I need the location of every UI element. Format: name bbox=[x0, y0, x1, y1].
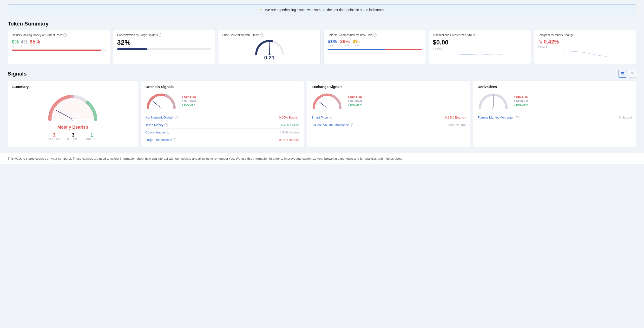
svg-line-6 bbox=[320, 102, 327, 108]
summary-gauge-wrap bbox=[12, 92, 134, 123]
at-label: AT bbox=[21, 45, 28, 47]
summary-signal-label: Mostly Bearish bbox=[12, 125, 134, 130]
smart-price-help[interactable]: ? bbox=[329, 116, 332, 119]
bearish-count: 3 BEARISH bbox=[48, 132, 60, 141]
smart-price-name[interactable]: Smart Price ? bbox=[312, 116, 332, 119]
large-tx-name[interactable]: Large Transactions ? bbox=[146, 138, 176, 142]
comp-bar-blue bbox=[328, 49, 385, 50]
signal-row-large-tx: Large Transactions ? 0.00% Bearish bbox=[146, 136, 300, 143]
concentration-signal-value: 0.00% bbox=[280, 131, 288, 134]
bid-ask-value: -0.39% bbox=[444, 123, 454, 127]
neutral-count: 3 NEUTRAL bbox=[67, 132, 79, 141]
composition-values: 61% 1 Y + 39% 1 - 12 M 0% < 1 M bbox=[328, 39, 422, 47]
correlation-value: 0.21 bbox=[264, 55, 274, 61]
onchain-rows: Net Network Growth ? 0.00% Bearish In th… bbox=[146, 114, 300, 143]
card-holders-money-title: Holders Making Money at Current Price ? bbox=[12, 33, 106, 37]
comp-blue-pct: 61% bbox=[328, 39, 337, 44]
telegram-sparkline bbox=[538, 49, 632, 57]
comp-gold-pct: 0% bbox=[352, 39, 360, 44]
derivatives-panel-title: Derivatives bbox=[478, 85, 632, 89]
net-network-value: 0.00% bbox=[279, 116, 288, 119]
composition-help[interactable]: ? bbox=[374, 33, 377, 37]
signal-row-net-network: Net Network Growth ? 0.00% Bearish bbox=[146, 114, 300, 121]
card-concentration: Concentration by Large Holders ? 32% bbox=[113, 30, 215, 64]
holders-values: 0% IN 4% AT 95% OUT bbox=[12, 39, 106, 48]
concentration-signal-name[interactable]: Concentration ? bbox=[146, 131, 169, 134]
signal-row-smart-price: Smart Price ? -0.12% Bearish bbox=[312, 114, 466, 121]
signal-row-bid-ask: Bid-Ask Volume Imbalance ? -0.39% Neutra… bbox=[312, 121, 466, 128]
card-holders-money: Holders Making Money at Current Price ? … bbox=[8, 30, 110, 64]
exchange-rows: Smart Price ? -0.12% Bearish Bid-Ask Vol… bbox=[312, 114, 466, 128]
card-holders-composition: Holders' Composition by Time Held ? 61% … bbox=[324, 30, 426, 64]
concentration-bar bbox=[117, 48, 211, 50]
concentration-signal-help[interactable]: ? bbox=[166, 131, 169, 134]
card-transactions-title: Transactions Greater than $100K bbox=[433, 33, 527, 37]
bid-ask-signal: Neutral bbox=[456, 123, 466, 127]
list-view-button[interactable]: ☰ bbox=[618, 70, 627, 78]
grid-view-button[interactable]: ⊞ bbox=[628, 70, 636, 78]
derivatives-panel: Derivatives 0BEARISH 1NEUTRAL 0BULLISH F… bbox=[473, 81, 636, 148]
derivatives-legend: 0BEARISH 1NEUTRAL 0BULLISH bbox=[514, 96, 529, 106]
comp-pink-pct: 39% bbox=[340, 39, 350, 44]
signal-row-futures: Futures Market Momentum ? 0 Neutral bbox=[478, 114, 632, 121]
svg-point-5 bbox=[160, 107, 162, 109]
svg-line-0 bbox=[269, 42, 270, 54]
token-summary-cards: Holders Making Money at Current Price ? … bbox=[8, 30, 636, 64]
in-label: IN bbox=[12, 45, 19, 47]
summary-panel: Summary bbox=[8, 81, 138, 148]
holders-money-help[interactable]: ? bbox=[63, 33, 67, 37]
warning-icon: ⚠ bbox=[260, 8, 262, 12]
signals-header: Signals ☰ ⊞ bbox=[8, 70, 636, 78]
futures-value: 0 bbox=[619, 116, 621, 119]
bid-ask-help[interactable]: ? bbox=[350, 123, 353, 127]
svg-line-4 bbox=[152, 101, 161, 108]
cookie-text: This website stores cookies on your comp… bbox=[8, 157, 402, 161]
onchain-panel: Onchain Signals 2BEARISH 1NEUTRAL 1BULLI… bbox=[141, 81, 304, 148]
cookie-banner: This website stores cookies on your comp… bbox=[0, 153, 644, 164]
concentration-help[interactable]: ? bbox=[159, 33, 162, 37]
summary-gauge-svg bbox=[46, 92, 99, 123]
signals-title: Signals bbox=[8, 71, 26, 77]
futures-help[interactable]: ? bbox=[516, 116, 520, 119]
exchange-panel: Exchange Signals 1BEARISH 1NEUTRAL 0BULL… bbox=[307, 81, 470, 148]
svg-point-9 bbox=[492, 107, 494, 109]
onchain-panel-title: Onchain Signals bbox=[146, 85, 300, 89]
net-network-help[interactable]: ? bbox=[174, 116, 178, 119]
summary-panel-title: Summary bbox=[12, 85, 134, 89]
in-the-money-help[interactable]: ? bbox=[164, 123, 168, 127]
in-the-money-name[interactable]: In the Money ? bbox=[146, 123, 168, 127]
card-price-correlation: Price Correlation with Bitcoin ? 0.21 bbox=[218, 30, 320, 64]
comp-blue-label: 1 Y + bbox=[328, 44, 337, 47]
card-correlation-title: Price Correlation with Bitcoin ? bbox=[222, 33, 316, 37]
signals-grid: Summary bbox=[8, 81, 636, 148]
derivatives-gauge-row: 0BEARISH 1NEUTRAL 0BULLISH bbox=[478, 92, 632, 110]
large-tx-help[interactable]: ? bbox=[173, 138, 176, 141]
composition-bar bbox=[328, 49, 422, 50]
alert-banner: ⚠ We are experiencing issues with some o… bbox=[8, 4, 636, 15]
derivatives-rows: Futures Market Momentum ? 0 Neutral bbox=[478, 114, 632, 121]
telegram-sub: 7 DAYS bbox=[538, 46, 632, 49]
signal-row-in-the-money: In the Money ? 1.41% Bullish bbox=[146, 121, 300, 128]
exchange-panel-title: Exchange Signals bbox=[312, 85, 466, 89]
comp-bar-pink bbox=[385, 49, 422, 50]
in-the-money-signal: Bullish bbox=[290, 123, 299, 127]
exchange-gauge-row: 1BEARISH 1NEUTRAL 0BULLISH bbox=[312, 92, 466, 110]
summary-counts: 3 BEARISH 3 NEUTRAL 1 BULLISH bbox=[12, 132, 134, 141]
bid-ask-name[interactable]: Bid-Ask Volume Imbalance ? bbox=[312, 123, 353, 127]
correlation-help[interactable]: ? bbox=[260, 33, 264, 37]
bullish-count: 1 BULLISH bbox=[86, 132, 97, 141]
correlation-gauge-svg bbox=[254, 39, 285, 56]
out-pct: 95% bbox=[30, 39, 40, 45]
svg-point-7 bbox=[326, 107, 328, 109]
alert-message: We are experiencing issues with some of … bbox=[265, 8, 384, 12]
view-toggle: ☰ ⊞ bbox=[618, 70, 636, 78]
concentration-signal-signal: Neutral bbox=[290, 131, 300, 134]
comp-pink-label: 1 - 12 M bbox=[340, 44, 350, 47]
onchain-gauge-svg bbox=[146, 92, 177, 110]
holders-bar-red bbox=[12, 49, 101, 51]
futures-name[interactable]: Futures Market Momentum ? bbox=[478, 116, 520, 119]
card-telegram-title: Telegram Members Change bbox=[538, 33, 632, 37]
exchange-gauge-svg bbox=[312, 92, 343, 110]
net-network-name[interactable]: Net Network Growth ? bbox=[146, 116, 178, 119]
telegram-value: ↘ 0.42% bbox=[538, 39, 632, 45]
